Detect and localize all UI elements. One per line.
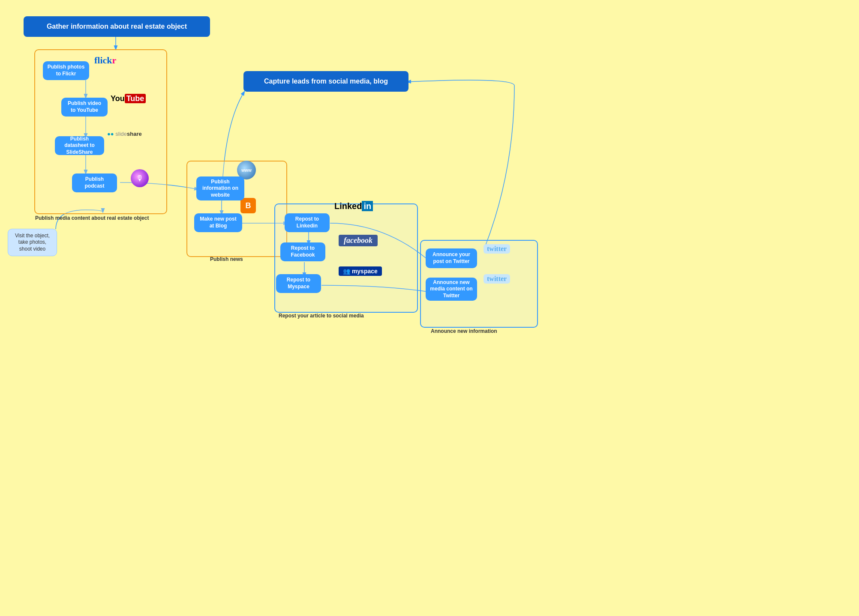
group-social-label: Repost your article to social media	[279, 313, 364, 319]
group-news-box	[186, 161, 287, 257]
blog-logo: B	[240, 198, 256, 213]
linkedin-logo: Linkedin	[334, 201, 373, 211]
group-news-label: Publish news	[210, 256, 243, 262]
publish-podcast-box[interactable]: Publish podcast	[72, 173, 117, 192]
group-media-label: Publish media content about real estate …	[35, 215, 149, 221]
podcast-logo: 🎙	[131, 169, 149, 187]
slideshare-logo: ●● slideshare	[107, 131, 142, 137]
visit-object-box[interactable]: Visit the object, take photos, shoot vid…	[8, 229, 57, 256]
facebook-logo: facebook	[339, 235, 378, 246]
repost-myspace-box[interactable]: Repost to Myspace	[276, 274, 321, 293]
publish-slideshare-box[interactable]: Publish datasheet to SlideShare	[55, 136, 104, 155]
flickr-logo: flickr	[94, 55, 116, 66]
group-announce-label: Announce new information	[431, 328, 497, 334]
repost-facebook-box[interactable]: Repost to Facebook	[280, 242, 325, 261]
myspace-logo: 👥 myspace	[339, 266, 382, 276]
capture-leads-header: Capture leads from social media, blog	[243, 71, 408, 92]
youtube-logo: YouTube	[111, 94, 146, 103]
announce-media-twitter-box[interactable]: Announce new media content on Twitter	[426, 278, 477, 301]
publish-flickr-box[interactable]: Publish photos to Flickr	[43, 61, 89, 80]
twitter-logo-2: twitter	[484, 274, 510, 284]
gather-info-header: Gather information about real estate obj…	[24, 16, 210, 37]
publish-youtube-box[interactable]: Publish video to YouTube	[61, 98, 108, 117]
publish-website-box[interactable]: Publish information on website	[196, 176, 244, 200]
twitter-logo-1: twitter	[484, 244, 510, 254]
make-blog-post-box[interactable]: Make new post at Blog	[194, 213, 242, 232]
repost-linkedin-box[interactable]: Repost to Linkedin	[285, 213, 330, 232]
announce-twitter-box[interactable]: Announce your post on Twitter	[426, 248, 477, 268]
